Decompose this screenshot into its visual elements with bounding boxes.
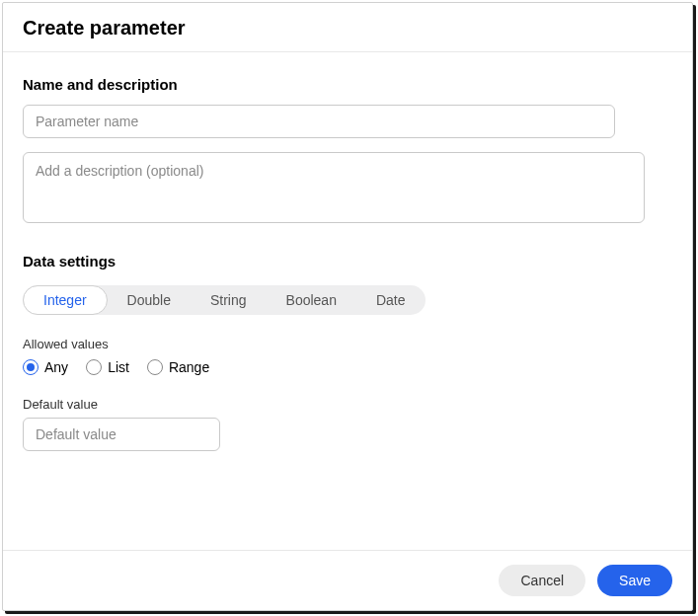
radio-icon (147, 359, 163, 375)
allowed-values-radio-group: Any List Range (23, 359, 672, 375)
data-settings-section: Data settings Integer Double String Bool… (23, 253, 672, 451)
data-type-selector: Integer Double String Boolean Date (23, 285, 426, 315)
radio-label-list: List (108, 359, 129, 375)
create-parameter-modal: Create parameter Name and description Da… (2, 2, 693, 611)
allowed-value-list[interactable]: List (86, 359, 129, 375)
radio-dot-icon (27, 363, 35, 371)
data-type-string[interactable]: String (191, 285, 267, 315)
radio-label-range: Range (169, 359, 209, 375)
radio-icon (86, 359, 102, 375)
allowed-values-label: Allowed values (23, 337, 672, 351)
data-type-boolean[interactable]: Boolean (267, 285, 356, 315)
parameter-description-input[interactable] (23, 152, 645, 223)
radio-label-any: Any (44, 359, 68, 375)
modal-footer: Cancel Save (3, 550, 692, 610)
radio-icon (23, 359, 39, 375)
parameter-name-input[interactable] (23, 105, 615, 138)
modal-header: Create parameter (3, 3, 692, 52)
allowed-value-any[interactable]: Any (23, 359, 68, 375)
save-button[interactable]: Save (597, 565, 672, 596)
default-value-input[interactable] (23, 418, 220, 451)
modal-body: Name and description Data settings Integ… (3, 52, 692, 550)
data-type-date[interactable]: Date (356, 285, 426, 315)
cancel-button[interactable]: Cancel (499, 565, 585, 596)
data-type-integer[interactable]: Integer (23, 285, 108, 315)
data-type-double[interactable]: Double (108, 285, 191, 315)
modal-title: Create parameter (23, 17, 672, 39)
default-value-section: Default value (23, 397, 672, 451)
default-value-label: Default value (23, 397, 672, 412)
data-settings-heading: Data settings (23, 253, 672, 270)
allowed-value-range[interactable]: Range (147, 359, 209, 375)
name-description-heading: Name and description (23, 76, 672, 93)
